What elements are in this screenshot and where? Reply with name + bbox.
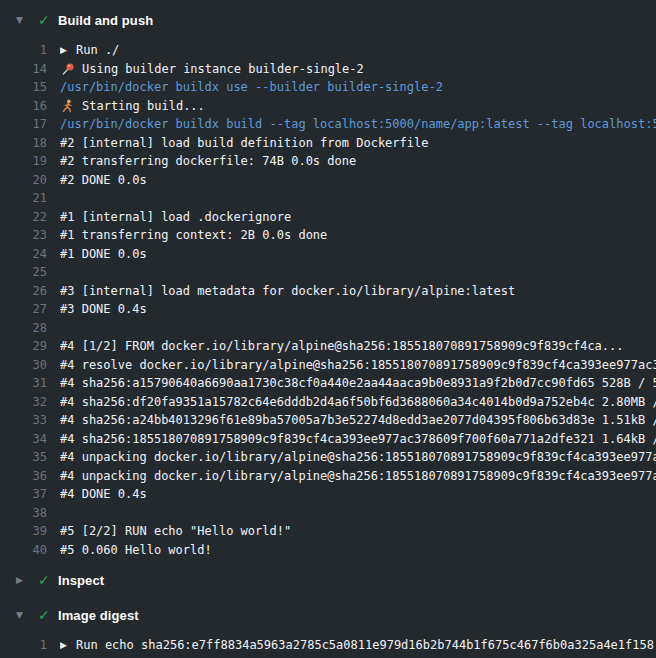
log-line: 15/usr/bin/docker buildx use --builder b… [0,78,656,97]
log-text: #3 [internal] load metadata for docker.i… [60,284,656,298]
chevron-right-icon[interactable]: ▶ [16,570,29,590]
line-number[interactable]: 32 [0,395,47,409]
line-number[interactable]: 16 [0,99,47,113]
log-line-text: #5 0.060 Hello world! [60,543,212,557]
line-number[interactable]: 21 [0,191,47,205]
line-number[interactable]: 17 [0,117,47,131]
log-line: 22#1 [internal] load .dockerignore [0,208,656,227]
log-line: 4sha256:e7ff8834a5963a2785c5a0811e979d16… [0,655,656,658]
log-text: #4 unpacking docker.io/library/alpine@sh… [60,469,656,483]
log-group-header-inspect[interactable]: ▶✓Inspect [0,570,656,590]
log-line-text: #2 [internal] load build definition from… [60,136,428,150]
line-number[interactable]: 28 [0,321,47,335]
log-text: #4 sha256:a24bb4013296f61e89ba57005a7b3e… [60,413,656,427]
log-line: 32#4 sha256:df20fa9351a15782c64e6dddb2d4… [0,393,656,412]
line-number[interactable]: 38 [0,506,47,520]
line-number[interactable]: 29 [0,339,47,353]
log-line: 26#3 [internal] load metadata for docker… [0,282,656,301]
log-line-text: #2 transferring dockerfile: 74B 0.0s don… [60,154,356,168]
log-line: 14Using builder instance builder-single-… [0,60,656,79]
log-line-text: #1 DONE 0.0s [60,247,147,261]
line-number[interactable]: 36 [0,469,47,483]
log-line: 27#3 DONE 0.4s [0,300,656,319]
log-line: 36#4 unpacking docker.io/library/alpine@… [0,467,656,486]
log-text: ▶Run ./ [60,43,656,57]
actions-log-viewer: ▼✓Build and push1▶Run ./14Using builder … [0,0,656,658]
line-number[interactable]: 19 [0,154,47,168]
log-text: #4 sha256:185518070891758909c9f839cf4ca3… [60,432,656,446]
log-line-text: #4 sha256:185518070891758909c9f839cf4ca3… [60,432,656,446]
log-group-build-and-push: ▼✓Build and push1▶Run ./14Using builder … [0,10,656,559]
log-text: #2 [internal] load build definition from… [60,136,656,150]
log-line: 29#4 [1/2] FROM docker.io/library/alpine… [0,337,656,356]
play-icon[interactable]: ▶ [60,640,71,650]
log-line: 25 [0,263,656,282]
log-line-text: #4 sha256:a15790640a6690aa1730c38cf0a440… [60,376,656,390]
log-group-header-build-and-push[interactable]: ▼✓Build and push [0,10,656,30]
log-line-text: #4 sha256:df20fa9351a15782c64e6dddb2d4a6… [60,395,656,409]
line-number[interactable]: 15 [0,80,47,94]
runner-icon [60,99,75,113]
check-icon: ✓ [38,570,53,590]
line-number[interactable]: 25 [0,265,47,279]
log-group-header-image-digest[interactable]: ▼✓Image digest [0,605,656,625]
log-line-text: /usr/bin/docker buildx build --tag local… [60,117,656,131]
log-line: 18#2 [internal] load build definition fr… [0,134,656,153]
line-number[interactable]: 23 [0,228,47,242]
line-number[interactable]: 22 [0,210,47,224]
line-number[interactable]: 39 [0,524,47,538]
line-number[interactable]: 1 [0,43,47,57]
log-line: 34#4 sha256:185518070891758909c9f839cf4c… [0,430,656,449]
log-line: 39#5 [2/2] RUN echo "Hello world!" [0,522,656,541]
play-icon[interactable]: ▶ [60,45,71,55]
line-number[interactable]: 27 [0,302,47,316]
log-line: 37#4 DONE 0.4s [0,485,656,504]
log-line: 20#2 DONE 0.0s [0,171,656,190]
line-number[interactable]: 34 [0,432,47,446]
line-number[interactable]: 1 [0,638,47,652]
line-number[interactable]: 14 [0,62,47,76]
log-group-image-digest: ▼✓Image digest1▶Run echo sha256:e7ff8834… [0,605,656,658]
line-number[interactable]: 20 [0,173,47,187]
line-number[interactable]: 37 [0,487,47,501]
log-text: #2 transferring dockerfile: 74B 0.0s don… [60,154,656,168]
log-text: Starting build... [60,99,656,113]
log-text: ▶Run echo sha256:e7ff8834a5963a2785c5a08… [60,638,656,652]
log-text: #2 DONE 0.0s [60,173,656,187]
log-command-text: /usr/bin/docker buildx build --tag local… [60,117,656,131]
log-command-text: /usr/bin/docker buildx use --builder bui… [60,80,656,94]
log-line: 16Starting build... [0,97,656,116]
log-line: 1▶Run echo sha256:e7ff8834a5963a2785c5a0… [0,636,656,655]
line-number[interactable]: 35 [0,450,47,464]
line-number[interactable]: 40 [0,543,47,557]
log-line-text: #5 [2/2] RUN echo "Hello world!" [60,524,291,538]
log-line-text: #4 DONE 0.4s [60,487,147,501]
log-line: 35#4 unpacking docker.io/library/alpine@… [0,448,656,467]
line-number[interactable]: 18 [0,136,47,150]
log-group-title: Inspect [58,573,104,588]
log-text: #1 transferring context: 2B 0.0s done [60,228,656,242]
chevron-down-icon[interactable]: ▼ [16,10,29,30]
log-text: #5 0.060 Hello world! [60,543,656,557]
check-icon: ✓ [38,10,53,30]
log-line: 33#4 sha256:a24bb4013296f61e89ba57005a7b… [0,411,656,430]
line-number[interactable]: 30 [0,358,47,372]
check-icon: ✓ [38,605,53,625]
log-line: 1▶Run ./ [0,41,656,60]
log-line: 28 [0,319,656,338]
line-number[interactable]: 31 [0,376,47,390]
chevron-down-icon[interactable]: ▼ [16,605,29,625]
log-group-title: Image digest [58,608,139,623]
log-line-text: #2 DONE 0.0s [60,173,147,187]
line-number[interactable]: 26 [0,284,47,298]
log-line-text: #4 resolve docker.io/library/alpine@sha2… [60,358,656,372]
line-number[interactable]: 24 [0,247,47,261]
log-text: #4 unpacking docker.io/library/alpine@sh… [60,450,656,464]
log-text: #3 DONE 0.4s [60,302,656,316]
log-line-text: #4 unpacking docker.io/library/alpine@sh… [60,450,656,464]
log-line: 19#2 transferring dockerfile: 74B 0.0s d… [0,152,656,171]
line-number[interactable]: 33 [0,413,47,427]
log-line-text: Starting build... [82,99,205,113]
log-group-title: Build and push [58,13,153,28]
log-line-text: #4 [1/2] FROM docker.io/library/alpine@s… [60,339,624,353]
